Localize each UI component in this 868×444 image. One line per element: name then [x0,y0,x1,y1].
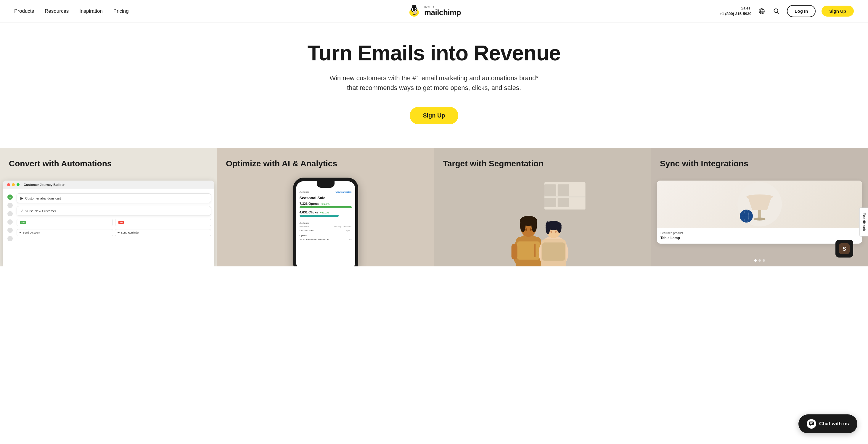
flow-card-abandon: ▶ Customer abandons cart [17,193,211,203]
freddie-icon [407,4,421,18]
flow-card-ifelse: ⑂ If/Else New Customer [17,206,211,216]
table-row-1-label: Unsubscribes [300,229,314,232]
phone-view-link[interactable]: View campaign [335,191,351,193]
opens-bar [300,206,352,208]
svg-rect-22 [517,242,540,260]
logo-mailchimp-text: mailchimp [424,8,461,16]
svg-rect-15 [545,184,556,196]
svg-point-4 [413,11,417,14]
globe-button[interactable] [757,7,766,16]
phone-campaign-title: Seasonal Sale [300,196,352,200]
svg-rect-6 [412,5,416,7]
action-icon-2: ✉ [118,231,120,234]
panel-seg-title: Target with Segmentation [443,159,544,169]
panel-segmentation[interactable]: Target with Segmentation [434,148,651,266]
hero-signup-button[interactable]: Sign Up [410,107,458,124]
table-header-2: Existing Customers [334,226,351,228]
svg-point-27 [525,228,527,231]
panel-integrations[interactable]: Sync with Integrations [651,148,868,266]
flow-actions: ✉ Send Discount ✉ Send Reminder [17,229,211,236]
flow-card-label-1: Customer abandons cart [25,196,61,200]
sidebar-dot-3 [7,211,13,216]
panel-int-title: Sync with Integrations [660,159,748,169]
globe-icon [758,8,765,14]
panel-ai-title: Optimize with AI & Analytics [226,159,337,169]
panel-ai[interactable]: Optimize with AI & Analytics Audience Vi… [217,148,434,266]
segmentation-illustration [434,178,651,266]
svg-rect-29 [512,244,518,260]
nav-right: Sales: +1 (800) 315-5939 Log In Sign Up [720,5,854,17]
action-label-1: Send Discount [23,231,40,234]
phone-mockup: Audience View campaign Seasonal Sale 7,3… [293,178,358,266]
table-row-2-label: 24 HOUR PERFORMANCE [300,238,329,241]
svg-point-28 [530,228,532,231]
table-row-2-value: 43 [349,238,352,241]
sales-phone[interactable]: +1 (800) 315-5939 [720,11,751,16]
table-row-1-value: 11,021 [344,229,351,232]
phone-notch [317,181,335,188]
navbar: Products Resources Inspiration Pricing i… [0,0,868,23]
hero-headline: Turn Emails into Revenue [12,41,856,65]
phone-header-label: Audience [300,191,309,193]
flow-card-branches: Yes No [17,219,211,226]
login-button[interactable]: Log In [787,5,815,17]
svg-text:S: S [842,246,846,252]
phone-audience-section: Audience [300,222,352,224]
nav-item-resources[interactable]: Resources [45,8,69,14]
int-card-image [657,181,862,228]
phone-opens-pct: +66.7% [320,202,330,205]
nav-item-inspiration[interactable]: Inspiration [79,8,102,14]
svg-point-38 [555,231,557,233]
phone-perf-label: Opens [300,234,352,237]
yes-badge: Yes [20,221,26,224]
phone-clicks-pct: +42.1% [320,211,329,214]
panel-automations-title: Convert with Automations [9,159,112,169]
shopify-badge: S [835,240,853,257]
branch-no: No [115,219,211,226]
svg-point-35 [546,221,550,234]
svg-point-36 [557,223,561,233]
feedback-tab[interactable]: Feedback [860,208,868,236]
branch-yes: Yes [17,219,113,226]
svg-point-44 [754,218,766,221]
svg-rect-16 [558,184,569,196]
integrations-mockup: Featured product Table Lamp S [657,181,862,266]
clicks-bar [300,215,339,217]
action-icon-1: ✉ [19,231,22,234]
sidebar-dot-5 [7,228,13,233]
sidebar-dot-6 [7,236,13,241]
nav-left: Products Resources Inspiration Pricing [14,8,129,14]
svg-rect-17 [545,198,556,207]
flow-icon-1: ▶ [21,196,23,200]
sidebar-dot-1 [7,194,13,200]
sidebar-dot-2 [7,203,13,208]
carousel-dot-3[interactable] [763,259,765,262]
sidebar-dot-4 [7,219,13,225]
nav-item-products[interactable]: Products [14,8,34,14]
sales-label: Sales: [741,6,751,10]
int-card-label: Featured product [660,231,859,235]
action-discount: ✉ Send Discount [17,229,113,236]
signup-nav-button[interactable]: Sign Up [822,6,854,17]
hero-section: Turn Emails into Revenue Win new custome… [0,23,868,148]
mockup-main: ▶ Customer abandons cart ⑂ If/Else New C… [17,193,211,260]
carousel-dot-2[interactable] [758,259,761,262]
mockup-sidebar [6,193,14,260]
carousel-dot-1[interactable] [754,259,757,262]
search-button[interactable] [772,7,781,16]
phone-opens-value: 7,326 Opens [300,202,319,205]
svg-point-25 [520,219,525,232]
svg-point-3 [413,8,416,11]
int-card-body: Featured product Table Lamp [657,228,862,244]
table-header-1: Recipients [300,226,309,228]
svg-rect-39 [534,244,535,257]
nav-logo[interactable]: intuit mailchimp [407,4,461,18]
svg-point-37 [550,231,552,233]
shopify-icon: S [839,243,850,254]
nav-item-pricing[interactable]: Pricing [113,8,129,14]
search-icon [773,8,780,14]
flow-card-label-2: If/Else New Customer [25,209,56,213]
carousel-dots [754,259,765,262]
panel-automations[interactable]: Convert with Automations Customer Journe… [0,148,217,266]
integration-card: Featured product Table Lamp [657,181,862,244]
